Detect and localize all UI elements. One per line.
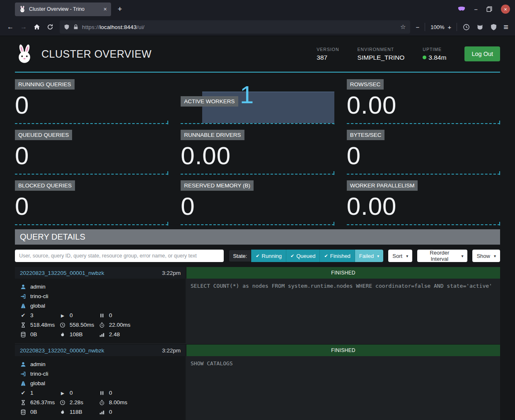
user-icon xyxy=(20,362,27,367)
query-id-link[interactable]: 20220823_132202_00000_nwbzk xyxy=(20,347,162,354)
home-button[interactable] xyxy=(31,21,43,33)
query-status-area: FINISHED xyxy=(186,267,500,279)
stat-queued-queries: QUEUED QUERIES 0 xyxy=(15,130,168,175)
query-row-header: 20220823_132202_00000_nwbzk 3:22pm FINIS… xyxy=(15,345,500,356)
stat-worker-parallelism: WORKER PARALLELISM 0.00 xyxy=(347,180,500,225)
sort-dropdown[interactable]: Sort▾ xyxy=(388,250,412,262)
stat-label: RUNNABLE DRIVERS xyxy=(181,130,244,140)
environment-meta: ENVIRONMENT SIMPLE_TRINO xyxy=(358,47,405,61)
parallelism: 0 xyxy=(109,409,112,415)
completed-splits-check-icon: ✔ xyxy=(20,390,27,396)
state-filter-finished[interactable]: ✔Finished xyxy=(319,250,354,262)
uptime-label: UPTIME xyxy=(423,47,446,52)
wall-time: 518.48ms xyxy=(30,322,55,328)
url-bar[interactable]: https://localhost:8443/ui/ ☆ xyxy=(60,20,410,34)
resource-group-road-icon xyxy=(20,303,27,309)
zoom-out-button[interactable]: − xyxy=(416,24,420,31)
query-sql-text: SELECT COUNT(*) as nodes FROM system.run… xyxy=(186,279,500,343)
query-user: admin xyxy=(30,361,46,367)
browser-tab[interactable]: Cluster Overview - Trino × xyxy=(15,2,111,16)
stats-grid: RUNNING QUERIES 0 ACTIVE WORKERS 1 ROWS/… xyxy=(15,79,500,225)
stat-label: BYTES/SEC xyxy=(347,130,385,140)
reload-button[interactable] xyxy=(44,21,56,33)
environment-label: ENVIRONMENT xyxy=(358,47,405,52)
container-extension-icon[interactable] xyxy=(457,5,466,13)
close-icon: × xyxy=(504,6,507,12)
forward-button[interactable]: → xyxy=(17,21,30,33)
running-splits: 0 xyxy=(70,312,73,318)
chevron-down-icon: ▾ xyxy=(494,254,496,258)
stat-value: 0 xyxy=(15,143,168,168)
sparkline-tick xyxy=(499,171,500,175)
query-row: 20220823_132202_00000_nwbzk 3:22pm FINIS… xyxy=(15,345,500,420)
window-close-button[interactable]: × xyxy=(501,5,510,14)
query-detail-panel: admin trino-cli global ✔1 ▶0 0 626.37ms … xyxy=(15,356,186,420)
reorder-interval-label: Reorder Interval xyxy=(421,250,457,262)
tracking-protection-shield-icon[interactable] xyxy=(64,24,70,30)
elapsed-time-clock-icon xyxy=(59,400,66,405)
query-sql-text: SHOW CATALOGS xyxy=(186,356,500,420)
cumulative-memory: 118B xyxy=(70,409,82,415)
cumulative-memory-flame-icon xyxy=(59,332,66,337)
cpu-time-stopwatch-icon xyxy=(99,400,105,405)
state-filter-finished-label: Finished xyxy=(330,253,351,259)
stat-runnable-drivers: RUNNABLE DRIVERS 0.00 xyxy=(181,130,334,175)
version-meta: VERSION 387 xyxy=(317,47,339,61)
zoom-level[interactable]: 100% xyxy=(430,24,444,30)
logout-button[interactable]: Log Out xyxy=(464,46,500,61)
completed-splits: 1 xyxy=(30,390,34,396)
sort-dropdown-label: Sort xyxy=(392,253,402,259)
show-dropdown[interactable]: Show▾ xyxy=(472,250,500,262)
stat-blocked-queries: BLOCKED QUERIES 0 xyxy=(15,180,168,225)
bookmark-star-icon[interactable]: ☆ xyxy=(400,23,406,31)
parallelism-chart-icon xyxy=(99,332,105,337)
elapsed-time: 2.28s xyxy=(70,399,83,405)
state-filter-running[interactable]: ✔Running xyxy=(251,250,286,262)
window-restore-button[interactable] xyxy=(486,6,493,12)
resource-group-road-icon xyxy=(20,381,27,386)
shield-extension-icon[interactable] xyxy=(490,24,497,31)
stat-rows-sec: ROWS/SEC 0.00 xyxy=(347,79,500,124)
wall-time-hourglass-icon xyxy=(20,400,27,405)
state-filter-failed-label: Failed xyxy=(359,253,374,259)
reorder-interval-dropdown[interactable]: Reorder Interval▾ xyxy=(417,250,467,262)
menu-icon[interactable]: ≡ xyxy=(503,22,508,32)
browser-window: Cluster Overview - Trino × + − × ← → xyxy=(0,0,515,420)
zoom-in-button[interactable]: + xyxy=(448,24,452,31)
uptime-meta: UPTIME 3.84m xyxy=(423,47,446,61)
state-filter-failed-dropdown[interactable]: Failed▾ xyxy=(355,250,383,262)
check-icon: ✔ xyxy=(256,253,259,259)
history-clock-icon[interactable] xyxy=(463,24,470,31)
new-tab-button[interactable]: + xyxy=(118,5,122,14)
address-text[interactable]: https://localhost:8443/ui/ xyxy=(82,24,145,30)
state-filter-queued[interactable]: ✔Queued xyxy=(286,250,319,262)
cpu-time: 8.00ms xyxy=(109,399,127,405)
sparkline-tick xyxy=(167,171,168,175)
show-dropdown-label: Show xyxy=(476,253,490,259)
current-memory: 0B xyxy=(30,331,37,337)
window-minimize-button[interactable]: − xyxy=(474,6,478,13)
stat-value: 0 xyxy=(15,93,168,118)
back-button[interactable]: ← xyxy=(4,21,17,33)
query-detail-panel: admin trino-cli global ✔3 ▶0 0 518.48ms … xyxy=(15,279,186,343)
query-id-link[interactable]: 20220823_132205_00001_nwbzk xyxy=(20,270,162,276)
cpu-time-stopwatch-icon xyxy=(99,322,105,328)
divider xyxy=(425,23,425,31)
trino-bunny-logo xyxy=(15,44,34,63)
query-resource-group: global xyxy=(30,303,45,309)
parallelism-chart-icon xyxy=(99,409,105,415)
source-signin-icon xyxy=(20,371,27,377)
lock-icon[interactable] xyxy=(73,24,79,30)
url-scheme: https:// xyxy=(82,24,99,30)
tab-close-icon[interactable]: × xyxy=(104,6,107,12)
current-memory: 0B xyxy=(30,409,37,415)
cat-extension-icon[interactable] xyxy=(476,24,484,31)
user-icon xyxy=(20,284,27,290)
queued-splits-pause-icon xyxy=(99,390,105,396)
memory-database-icon xyxy=(20,332,27,337)
status-badge: FINISHED xyxy=(186,345,500,356)
stat-value: 0 xyxy=(181,194,334,219)
query-search-input[interactable] xyxy=(15,250,224,262)
query-row: 20220823_132205_00001_nwbzk 3:22pm FINIS… xyxy=(15,267,500,344)
trino-ui-page: CLUSTER OVERVIEW VERSION 387 ENVIRONMENT… xyxy=(0,36,515,420)
